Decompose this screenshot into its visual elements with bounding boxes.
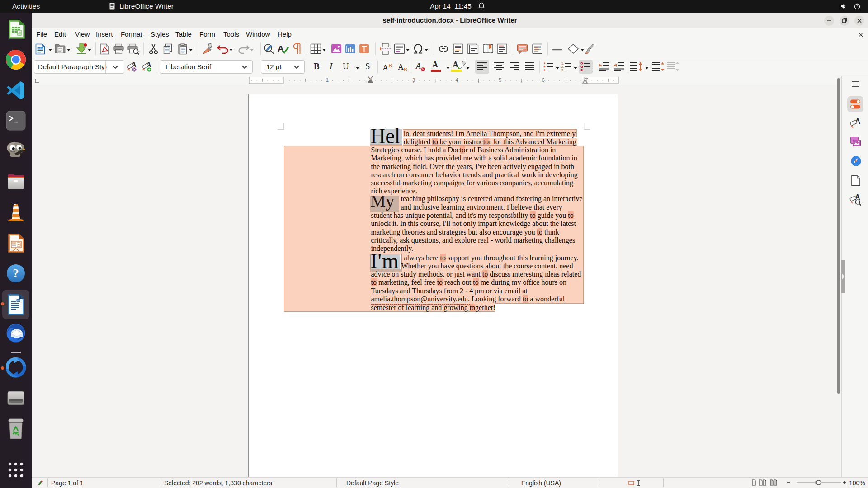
svg-text:3.: 3. [561,69,564,72]
svg-text:1: 1 [326,77,328,83]
svg-text:1.: 1. [561,62,564,65]
svg-text:A: A [415,61,421,70]
svg-text:?: ? [13,267,19,280]
svg-text:2.: 2. [561,65,564,68]
